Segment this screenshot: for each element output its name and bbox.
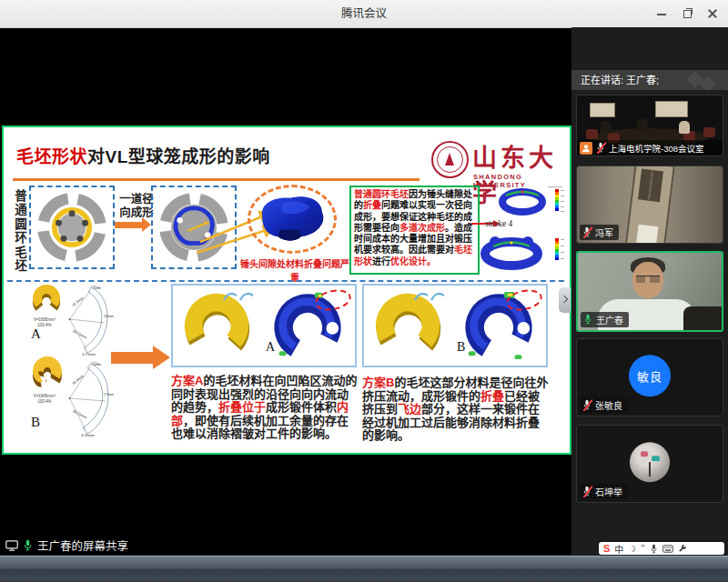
windows-taskbar: e 百度一下，... 腾讯会议 S 31℃ CPU温度 14:54 2	[0, 555, 728, 582]
dim-a3: 13mm	[104, 314, 115, 318]
para-b-seg: 折叠	[480, 389, 504, 403]
para-b-seg: 飞边	[398, 402, 421, 416]
dim-a5: 4.75mm	[82, 352, 96, 356]
section-divider	[7, 280, 564, 282]
blank-type-label: 普通圆环毛坯	[10, 189, 28, 289]
toolbox-wrench-icon[interactable]	[678, 544, 687, 553]
flow-arrows-a	[220, 288, 257, 303]
cross-section-b: 5mm 42.6mm 17mm 50.25mm 4.35mm	[64, 360, 116, 438]
participant-label: 冯军	[580, 225, 619, 240]
result-box-b-label: B	[457, 340, 465, 355]
dim-b2: 42.6mm	[71, 374, 85, 386]
dim-b4: 50.25mm	[72, 408, 88, 420]
volume-note-a: V=1695mm³ 103.4%	[22, 317, 67, 327]
vol-b-pct: 103.4%	[22, 399, 67, 405]
participant-label: 张敏良	[580, 397, 628, 413]
participant-tile-room[interactable]: 上海电机学院-308会议室	[576, 95, 723, 156]
result-box-b: B	[362, 284, 548, 367]
screen-share-region: 毛坯形状对VL型球笼成形的影响 山东大学 SHANDONG UNIVERSITY…	[2, 125, 571, 455]
mic-on-icon	[23, 539, 33, 551]
sogou-logo-icon[interactable]: S	[603, 543, 610, 554]
mic-muted-icon	[582, 226, 592, 239]
para-a-seg: ，即使有后续机加工余量的存在也难以消除褶皱对工件的影响。	[171, 414, 349, 441]
participant-label: 上海电机学院-308会议室	[577, 140, 723, 156]
ring-blank-art	[31, 187, 113, 267]
participant-label: 石坤举	[580, 484, 628, 499]
blank-3d-shape-a	[25, 284, 67, 316]
fold-highlight-ellipse	[248, 185, 337, 254]
para-a-seg: 成形锻件体积	[266, 400, 337, 414]
scheme-a-label: A	[31, 326, 41, 342]
slide-title-rest: 对VL型球笼成形的影响	[87, 147, 270, 166]
summary-seg: 优化设计	[390, 256, 427, 266]
speaking-banner: 正在讲话: 王广春;	[571, 70, 728, 90]
presentation-slide: 毛坯形状对VL型球笼成形的影响 山东大学 SHANDONG UNIVERSITY…	[4, 127, 570, 453]
summary-seg: 多道次成形	[399, 223, 445, 233]
host-person-icon	[580, 142, 592, 155]
dim-b3: 17mm	[104, 392, 115, 396]
slide-title: 毛坯形状对VL型球笼成形的影响	[16, 143, 270, 167]
fem-simulation-2	[475, 233, 568, 273]
voice-input-icon[interactable]	[650, 544, 658, 554]
dim-b5: 4.35mm	[81, 433, 95, 437]
minimize-icon[interactable]	[655, 7, 668, 20]
participant-name: 张敏良	[595, 398, 622, 412]
problem-summary-box: 普通圆环毛坯因为锤头缝隙处的折叠问题难以实现一次径向成形，要想保证这种毛坯的成形…	[349, 186, 480, 275]
participant-tile-fengjun[interactable]: 冯军	[576, 166, 723, 244]
mic-muted-icon	[582, 399, 592, 412]
participant-name: 上海电机学院-308会议室	[609, 142, 704, 155]
analysis-paragraph-a: 方案A的毛坯材料在向凹陷区流动的同时表现出强烈的沿径向向内流动的趋势，折叠位于成…	[171, 375, 359, 441]
dim-a4: 50.25mm	[72, 328, 88, 340]
summary-seg: 普通圆环毛坯	[354, 189, 409, 199]
para-a-seg: 方案A	[171, 374, 203, 387]
speaking-text: 正在讲话: 王广春;	[581, 75, 659, 85]
scheme-arrow-icon	[111, 352, 153, 364]
forging-3d-blob	[254, 191, 330, 246]
chinese-mode-icon[interactable]: 中	[614, 542, 623, 556]
dim-b1: 5mm	[93, 362, 102, 366]
para-b-seg: 方案B	[362, 376, 394, 389]
ring-blank-diagram	[29, 186, 115, 269]
close-icon[interactable]	[706, 7, 719, 20]
summary-seg: 折叠	[363, 200, 381, 210]
para-a-seg: 折叠位于	[218, 400, 266, 414]
sogou-input-toolbar: S 中 ☽ ’’	[599, 542, 724, 555]
participant-label: 王广春	[581, 312, 629, 327]
result-box-a: A	[171, 284, 357, 367]
summary-seg: 进行	[372, 256, 390, 266]
participant-name: 石坤举	[595, 485, 622, 498]
participants-sidebar: 正在讲话: 王广春;	[571, 27, 728, 555]
volume-note-b: V=1945mm³ 103.4%	[22, 394, 67, 404]
participant-tile-shikunju[interactable]: 石坤举	[576, 425, 723, 503]
window-controls	[655, 0, 719, 27]
process-arrow-icon	[115, 222, 142, 228]
screen-share-banner: 王广春的屏幕共享	[5, 537, 128, 554]
cross-section-a: 7mm 42.5mm 13mm 50.25mm 4.75mm	[64, 284, 116, 356]
participant-tile-zhangminliang[interactable]: 敏良 张敏良	[576, 338, 723, 416]
result-box-a-label: A	[266, 340, 275, 355]
dim-a2: 42.5mm	[71, 296, 85, 307]
stroke-label: stroke 4	[485, 219, 512, 228]
participant-tile-wangguangchun[interactable]: 王广春	[576, 251, 723, 332]
slide-title-highlight: 毛坯形状	[16, 147, 87, 166]
avatar: 敏良	[629, 355, 671, 396]
mic-muted-icon	[582, 486, 592, 498]
restore-icon[interactable]	[681, 7, 693, 20]
mic-active-icon	[583, 314, 592, 326]
mic-muted-icon	[596, 142, 605, 155]
fem-simulation-1	[495, 186, 568, 218]
dim-a1: 7mm	[93, 286, 102, 290]
participant-name: 冯军	[595, 226, 613, 239]
fullwidth-moon-icon[interactable]: ☽	[628, 544, 636, 554]
soft-keyboard-icon[interactable]	[662, 545, 673, 553]
analysis-paragraph-b: 方案B的毛坯这部分材料是径向往外挤压流动，成形锻件的折叠已经被挤压到飞边部分，这…	[362, 376, 550, 443]
avatar	[630, 442, 670, 482]
vol-a-pct: 103.4%	[22, 323, 67, 328]
window-titlebar: 腾讯会议	[0, 0, 728, 28]
punctuation-icon[interactable]: ’’	[641, 544, 644, 554]
summary-seg: 。	[427, 256, 436, 266]
sidebar-collapse-handle[interactable]	[559, 287, 571, 313]
window-title: 腾讯会议	[0, 0, 728, 27]
flow-arrows-b	[411, 288, 448, 303]
tencent-meeting-window: 腾讯会议 毛坯形状对VL型球笼成形的影响 山东大学 SHANDONG UNIVE…	[0, 0, 728, 582]
